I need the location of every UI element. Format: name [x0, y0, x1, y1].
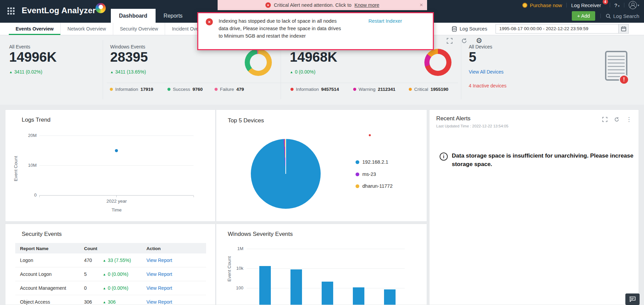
refresh-icon[interactable] — [614, 117, 619, 122]
legend-item[interactable]: dharun-11772 — [356, 183, 393, 189]
trend-up-icon: ▲ — [9, 70, 13, 74]
trend-up-icon: ▲ — [103, 272, 106, 276]
view-all-devices-link[interactable]: View All Devices — [469, 69, 503, 75]
legend-item: Critical1955190 — [409, 87, 448, 92]
legend-item: Success9760 — [167, 87, 203, 92]
security-events-table: Report Name Count Action Logon 470 ▲33 (… — [15, 243, 206, 305]
stat-label: All Events — [9, 44, 30, 49]
trend-up-icon: ▲ — [290, 70, 293, 74]
add-button[interactable]: + Add — [572, 11, 596, 21]
legend-item[interactable]: 192.168.2.1 — [356, 159, 388, 165]
indexing-alert-icon: × — [206, 18, 213, 25]
report-name-cell: Account Management — [20, 285, 66, 291]
apps-grid-icon[interactable] — [7, 7, 15, 15]
logs-trend-point[interactable] — [115, 149, 118, 152]
y-tick: 10k — [230, 266, 243, 271]
report-name-cell: Account Logon — [20, 271, 52, 277]
column-report-name: Report Name — [20, 246, 48, 251]
legend-dot — [353, 88, 356, 91]
stat-value: 14996K — [9, 49, 57, 65]
severity-bar — [290, 269, 302, 305]
logo-swirl-icon — [96, 3, 106, 13]
stat-value: 28395 — [110, 49, 148, 65]
person-icon — [629, 1, 637, 9]
count-cell: 470 — [84, 258, 92, 263]
info-icon: i — [440, 152, 448, 161]
tab-network-overview[interactable]: Network Overview — [60, 23, 113, 35]
y-tick: 20M — [23, 133, 37, 138]
stat-value: 14968K — [290, 49, 337, 65]
report-name-cell: Object Access — [20, 299, 50, 305]
caret-down-icon: ▾ — [638, 3, 639, 7]
tab-security-overview[interactable]: Security Overview — [113, 23, 165, 35]
indexer-alert-popup: × Indexing has stopped due to lack of sp… — [197, 12, 434, 50]
count-cell: 306 — [84, 299, 92, 305]
view-report-link[interactable]: View Report — [146, 285, 172, 291]
pie-slice-divider — [285, 139, 286, 174]
table-row: Account Management 0 ▲0 (0.00%) View Rep… — [15, 281, 206, 295]
calendar-button[interactable] — [618, 24, 628, 33]
help-menu[interactable]: ?▾ — [615, 2, 620, 8]
log-sources-button[interactable]: Log Sources — [452, 23, 487, 35]
legend-dot — [356, 184, 359, 188]
report-name-cell: Logon — [20, 258, 33, 263]
stat-trend: ▲3411 (13.65%) — [110, 69, 146, 75]
purchase-now-link[interactable]: Purchase now — [522, 2, 562, 8]
notification-badge: 4 — [603, 0, 608, 4]
stat-label: All Devices — [469, 44, 492, 49]
stat-trend: ▲3411 (0.02%) — [9, 69, 42, 75]
expand-icon[interactable] — [447, 38, 452, 44]
purchase-now-label: Purchase now — [530, 2, 562, 8]
tab-reports[interactable]: Reports — [156, 9, 191, 23]
view-report-link[interactable]: View Report — [146, 271, 172, 277]
view-report-link[interactable]: View Report — [146, 299, 172, 305]
expand-icon[interactable] — [602, 117, 607, 122]
trend-cell: ▲0 (0.00%) — [103, 271, 128, 277]
legend-item[interactable]: ms-23 — [356, 171, 376, 177]
legend-dot — [290, 88, 294, 91]
inactive-devices-text: 4 Inactive devices — [469, 83, 506, 88]
severity-bar — [353, 287, 364, 305]
log-search-button[interactable]: Log Search — [606, 13, 639, 19]
divider — [600, 14, 601, 18]
critical-alert-icon: × — [265, 2, 271, 8]
tab-events-overview[interactable]: Events Overview — [9, 23, 60, 35]
legend-item: Information17919 — [110, 87, 153, 92]
axis-tick — [116, 196, 117, 197]
panel-recent-alerts: Recent Alerts Last Updated Time : 2022-1… — [429, 109, 639, 305]
count-cell: 0 — [84, 285, 87, 291]
gridline — [39, 136, 194, 136]
database-icon — [452, 26, 457, 32]
banner-close-icon[interactable]: × — [420, 2, 423, 8]
user-menu[interactable]: ▾ — [629, 1, 639, 9]
overview-tabs: Events Overview Network Overview Securit… — [9, 23, 217, 35]
critical-alert-banner[interactable]: × Critical Alert need attention. Click t… — [218, 0, 427, 10]
know-more-link[interactable]: Know more — [355, 2, 379, 8]
more-options-icon[interactable]: ⋮ — [626, 116, 632, 123]
view-report-link[interactable]: View Report — [146, 258, 172, 263]
panel-title: Logs Trend — [22, 117, 51, 123]
settings-gear-icon[interactable]: ⚙ — [476, 37, 482, 44]
trend-up-icon: ▲ — [110, 70, 114, 74]
log-receiver-link[interactable]: Log Receiver 4 — [571, 2, 605, 8]
date-range-input[interactable]: 1995-08-17 00:00:00 - 2022-12-22 23:59:5… — [496, 24, 629, 34]
feedback-chat-button[interactable] — [625, 293, 640, 305]
panel-top-devices: Top 5 Devices 192.168.2.1 ms-23 dharun-1… — [216, 109, 427, 222]
divider — [461, 40, 461, 99]
legend-dot — [409, 88, 412, 91]
refresh-icon[interactable] — [461, 38, 467, 44]
panel-title: Windows Severity Events — [228, 231, 293, 238]
tab-dashboard[interactable]: Dashboard — [111, 9, 156, 23]
legend-item: Failure479 — [215, 87, 244, 92]
device-alert-badge: ! — [619, 75, 629, 85]
restart-indexer-link[interactable]: Restart Indexer — [368, 18, 402, 24]
stat-label: Windows Events — [110, 44, 145, 49]
red-data-point — [369, 134, 371, 136]
windows-events-donut — [245, 49, 272, 76]
product-name: EventLog Analyzer — [22, 6, 96, 15]
column-count: Count — [84, 246, 97, 251]
trend-cell: ▲306 — [103, 299, 116, 305]
panel-security-events: Security Events Report Name Count Action… — [5, 224, 216, 305]
log-search-label: Log Search — [613, 13, 639, 19]
table-row: Object Access 306 ▲306 View Report — [15, 295, 206, 305]
